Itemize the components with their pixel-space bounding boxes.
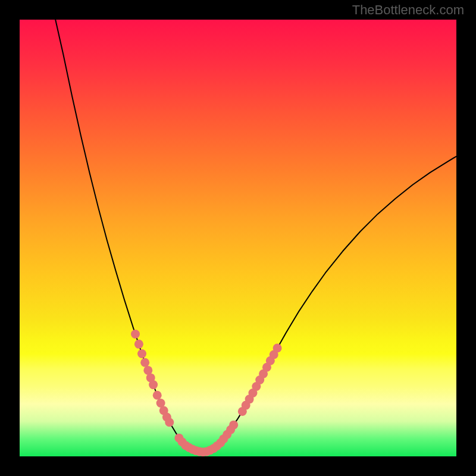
highlight-point (137, 349, 146, 358)
chart-plot-area (20, 20, 456, 456)
highlight-point (165, 418, 174, 427)
highlighted-points-group (131, 330, 282, 456)
highlight-point (131, 330, 140, 339)
highlight-point (153, 391, 162, 400)
highlight-point (149, 380, 158, 389)
highlight-point (134, 340, 143, 349)
highlight-point (273, 343, 282, 352)
watermark-text: TheBottleneck.com (352, 2, 464, 18)
highlight-point (140, 358, 149, 367)
highlight-point (229, 421, 238, 430)
chart-svg-overlay (20, 20, 456, 456)
